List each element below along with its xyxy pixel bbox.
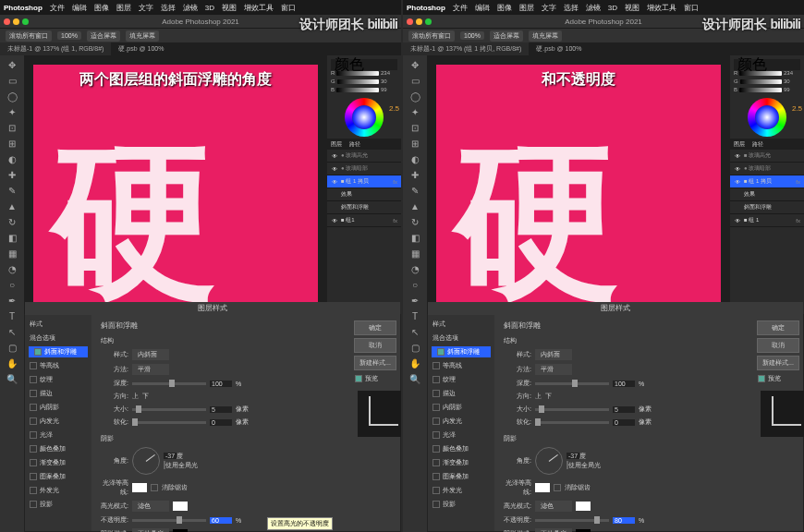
style-color-overlay[interactable]: 颜色叠加 [29,443,88,454]
menu-file[interactable]: 文件 [50,3,65,13]
marquee-tool-icon[interactable]: ▭ [2,73,22,88]
close-dot[interactable] [407,18,413,25]
menu-layer[interactable]: 图层 [116,3,131,13]
brush-tool-icon[interactable]: ✎ [2,183,22,198]
style-pattern-overlay[interactable]: 图案叠加 [432,471,491,482]
hl-color[interactable] [173,502,188,511]
menu-type[interactable]: 文字 [139,3,153,13]
size-input[interactable]: 5 [613,406,635,413]
frame-tool-icon[interactable]: ⊞ [2,136,22,151]
marquee-tool-icon[interactable]: ▭ [405,73,425,88]
b-val[interactable]: 99 [381,87,397,92]
style-outer-glow[interactable]: 外发光 [432,485,491,496]
preview-check[interactable] [758,375,765,382]
frame-tool-icon[interactable]: ⊞ [405,136,425,151]
menu-select[interactable]: 选择 [161,3,176,13]
layer-group-copy[interactable]: 👁■ 组 1 拷贝fx [327,175,401,188]
opt-fill[interactable]: 填充屏幕 [126,30,159,42]
style-contour[interactable]: 等高线 [432,360,491,371]
opt-scroll[interactable]: 滚动所有窗口 [6,30,52,42]
dodge-tool-icon[interactable]: ○ [405,277,425,292]
menu-filter[interactable]: 滤镜 [586,3,601,13]
style-texture[interactable]: 纹理 [29,374,88,385]
hl-opacity-slider[interactable] [132,519,206,522]
opt-fit[interactable]: 适合屏幕 [87,30,120,42]
menu-view[interactable]: 视图 [222,3,237,13]
angle-dial[interactable] [535,447,563,475]
lasso-tool-icon[interactable]: ◯ [405,89,425,103]
style-contour[interactable]: 等高线 [29,360,88,371]
gradient-tool-icon[interactable]: ▦ [2,246,22,260]
style-bevel[interactable]: 斜面和浮雕 [29,346,88,357]
menu-edit[interactable]: 编辑 [72,3,87,13]
layers-tab[interactable]: 图层 [327,139,346,150]
doc-tab-1[interactable]: 未标题-1 @ 137% (组 1, RGB/8#) [0,42,111,55]
ok-button[interactable]: 确定 [757,320,799,335]
hand-tool-icon[interactable]: ✋ [405,356,425,370]
style-color-overlay[interactable]: 颜色叠加 [432,443,491,454]
dir-down[interactable]: 下 [545,392,552,401]
pen-tool-icon[interactable]: ✒ [405,293,425,308]
layer-bevel-fx[interactable]: 斜面和浮雕 [327,201,401,214]
antialias-check[interactable] [151,484,158,491]
size-input[interactable]: 5 [210,406,232,413]
menu-type[interactable]: 文字 [542,3,556,13]
lasso-tool-icon[interactable]: ◯ [2,89,22,103]
stroke-width[interactable]: 2.5 [792,104,802,113]
technique-select[interactable]: 平滑 [535,364,572,375]
gradient-tool-icon[interactable]: ▦ [405,246,425,260]
stroke-width[interactable]: 2.5 [389,104,399,113]
color-wheel[interactable] [748,98,786,137]
style-gradient-overlay[interactable]: 渐变叠加 [29,457,88,468]
gloss-contour[interactable] [535,483,550,492]
style-drop-shadow[interactable]: 投影 [29,499,88,510]
opt-fit[interactable]: 适合屏幕 [490,30,523,42]
new-style-button[interactable]: 新建样式... [757,356,799,370]
style-stroke[interactable]: 描边 [29,388,88,399]
doc-tab-2[interactable]: 硬.psb @ 100% [111,42,171,55]
depth-slider[interactable] [535,382,609,385]
eyedrop-tool-icon[interactable]: ◐ [2,151,22,166]
soften-input[interactable]: 0 [210,419,232,426]
hl-opacity-input[interactable]: 60 [210,517,232,524]
paths-tab[interactable]: 路径 [346,139,364,150]
color-wheel[interactable] [345,98,384,137]
menu-image[interactable]: 图像 [497,3,512,13]
menu-app[interactable]: Photoshop [4,4,43,12]
opt-zoom[interactable]: 100% [57,31,81,40]
menu-file[interactable]: 文件 [453,3,468,13]
depth-input[interactable]: 100 [210,381,232,387]
style-inner-glow[interactable]: 内发光 [432,416,491,427]
dodge-tool-icon[interactable]: ○ [2,277,22,292]
dir-down[interactable]: 下 [142,392,149,401]
menu-plugins[interactable]: 增效工具 [647,3,676,13]
layer-group1[interactable]: 👁■ 组1fx [327,214,401,227]
style-inner-shadow[interactable]: 内阴影 [432,402,491,413]
type-tool-icon[interactable]: T [405,308,425,323]
menu-3d[interactable]: 3D [205,4,214,12]
blur-tool-icon[interactable]: ◔ [2,261,22,276]
zoom-tool-icon[interactable]: 🔍 [2,371,22,386]
angle-input[interactable]: -37 [566,453,579,459]
layer-fx[interactable]: 效果 [327,188,401,201]
style-inner-shadow[interactable]: 内阴影 [29,402,88,413]
soften-slider[interactable] [535,421,609,424]
stamp-tool-icon[interactable]: ▲ [405,199,425,213]
soften-input[interactable]: 0 [613,419,635,426]
menu-plugins[interactable]: 增效工具 [244,3,274,13]
hl-opacity-slider[interactable] [535,519,609,522]
depth-slider[interactable] [132,382,206,385]
sh-mode-select[interactable]: 正片叠底 [535,528,572,532]
menu-app[interactable]: Photoshop [407,4,445,12]
opt-zoom[interactable]: 100% [460,31,484,40]
brush-tool-icon[interactable]: ✎ [405,183,425,198]
opt-scroll[interactable]: 滚动所有窗口 [408,30,455,42]
style-select[interactable]: 内斜面 [535,349,572,360]
hl-color[interactable] [576,502,591,511]
style-bevel[interactable]: 斜面和浮雕 [432,346,491,357]
menu-layer[interactable]: 图层 [519,3,534,13]
menu-view[interactable]: 视图 [625,3,640,13]
menu-image[interactable]: 图像 [94,3,109,13]
hl-mode-select[interactable]: 滤色 [535,501,572,512]
history-tool-icon[interactable]: ↻ [2,214,22,229]
